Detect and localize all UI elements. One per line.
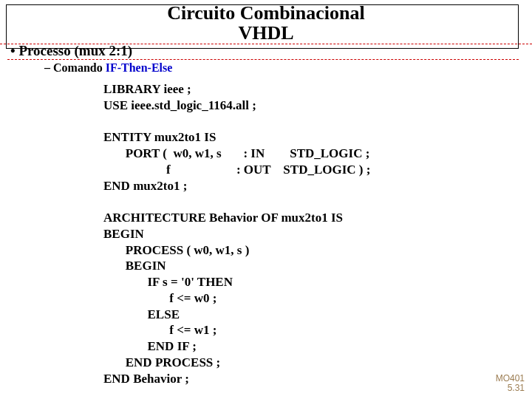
subbullet-prefix: – Comando [44, 61, 106, 74]
slide-title: Circuito Combinacional VHDL [0, 3, 532, 44]
subbullet-keyword: IF-Then-Else [106, 61, 173, 74]
bullet-processo: • Processo (mux 2:1) [10, 43, 132, 59]
divider-red [7, 59, 519, 60]
slide: Circuito Combinacional VHDL • Processo (… [0, 0, 532, 399]
footer-course: MO401 [496, 374, 525, 383]
subbullet-comando: – Comando IF-Then-Else [44, 61, 172, 75]
slide-footer: MO401 5.31 [496, 374, 525, 393]
title-line-2: VHDL [0, 23, 532, 44]
code-block: LIBRARY ieee ; USE ieee.std_logic_1164.a… [103, 81, 517, 386]
footer-page: 5.31 [496, 383, 525, 393]
title-line-1: Circuito Combinacional [0, 3, 532, 23]
